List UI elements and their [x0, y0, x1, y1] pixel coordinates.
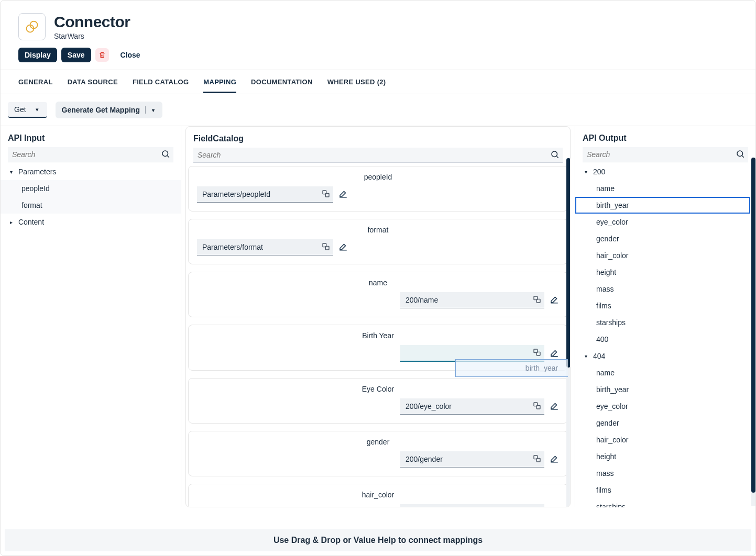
mapping-card: Birth Year: [188, 325, 568, 371]
hint-bar: Use Drag & Drop or Value Help to connect…: [5, 529, 751, 551]
tree-group-parameters[interactable]: ▾Parameters: [1, 163, 181, 180]
mapping-input[interactable]: [197, 186, 333, 203]
edit-icon[interactable]: [550, 295, 559, 306]
value-help-icon[interactable]: [533, 295, 541, 305]
page-title: Connector: [54, 13, 130, 31]
tree-item[interactable]: starships: [575, 314, 750, 331]
tree-item[interactable]: hair_color: [575, 247, 750, 264]
save-button[interactable]: Save: [61, 48, 91, 62]
tree-item[interactable]: 400: [575, 331, 750, 348]
mapping-label: hair_color: [197, 491, 559, 499]
chevron-down-icon: ▸: [10, 219, 15, 225]
tree-item[interactable]: films: [575, 482, 750, 498]
api-input-search[interactable]: [8, 147, 173, 162]
search-icon: [161, 149, 170, 160]
search-icon: [550, 150, 560, 161]
field-catalog-title: FieldCatalog: [186, 127, 570, 148]
mapping-input[interactable]: [400, 398, 544, 415]
chevron-down-icon: ▾: [36, 106, 41, 113]
trash-icon: [98, 51, 106, 59]
mapping-card: gender: [188, 431, 568, 476]
mapping-label: peopleId: [197, 173, 559, 181]
svg-point-18: [737, 151, 743, 157]
mapping-card: peopleId: [188, 166, 568, 212]
value-help-icon[interactable]: [533, 348, 541, 358]
edit-icon[interactable]: [338, 189, 348, 200]
tree-group-content[interactable]: ▸Content: [1, 214, 181, 230]
tree-item[interactable]: name: [575, 364, 750, 381]
value-help-icon[interactable]: [533, 402, 541, 412]
method-select[interactable]: Get ▾: [8, 102, 47, 118]
tree-item[interactable]: starships: [575, 498, 750, 507]
display-button[interactable]: Display: [18, 48, 57, 62]
chevron-down-icon: ▾: [151, 107, 156, 113]
page-subtitle: StarWars: [54, 32, 130, 40]
tree-group-200[interactable]: ▾200: [575, 163, 750, 180]
tree-item[interactable]: peopleId: [1, 180, 181, 197]
tab-mapping[interactable]: MAPPING: [203, 71, 236, 93]
close-link[interactable]: Close: [120, 51, 140, 59]
tree-item[interactable]: eye_color: [575, 214, 750, 230]
tree-item[interactable]: eye_color: [575, 398, 750, 415]
tab-where-used-2-[interactable]: WHERE USED (2): [327, 71, 386, 93]
api-output-search[interactable]: [583, 147, 748, 162]
mapping-label: format: [197, 226, 559, 234]
mapping-label: gender: [197, 438, 559, 446]
generate-mapping-button[interactable]: Generate Get Mapping ▾: [56, 102, 162, 118]
delete-button[interactable]: [95, 48, 109, 62]
tree-item[interactable]: hair_color: [575, 431, 750, 448]
tree-item[interactable]: birth_year: [575, 381, 750, 398]
edit-icon[interactable]: [550, 454, 559, 465]
tree-item[interactable]: gender: [575, 415, 750, 431]
api-input-title: API Input: [1, 126, 181, 147]
svg-point-3: [552, 151, 557, 157]
tree-item[interactable]: birth_year: [575, 197, 750, 214]
api-output-title: API Output: [575, 126, 755, 147]
tree-item[interactable]: films: [575, 297, 750, 314]
scrollbar[interactable]: [566, 158, 571, 507]
tree-item[interactable]: mass: [575, 465, 750, 482]
mapping-label: name: [197, 279, 559, 287]
tab-data-source[interactable]: DATA SOURCE: [68, 71, 118, 93]
tree-item[interactable]: format: [1, 197, 181, 214]
generate-mapping-label: Generate Get Mapping: [62, 106, 140, 114]
mapping-card: name: [188, 272, 568, 317]
connector-logo: [18, 13, 46, 40]
method-select-value: Get: [14, 105, 26, 114]
mapping-input[interactable]: [400, 451, 544, 468]
tree-item[interactable]: height: [575, 264, 750, 281]
mapping-label: Eye Color: [197, 385, 559, 393]
mapping-input[interactable]: [400, 292, 544, 308]
tab-general[interactable]: GENERAL: [18, 71, 53, 93]
value-help-icon[interactable]: [322, 242, 330, 252]
mapping-input[interactable]: [197, 239, 333, 255]
chevron-down-icon: ▾: [10, 169, 15, 175]
field-catalog-search[interactable]: [193, 148, 563, 163]
value-help-icon[interactable]: [533, 454, 541, 464]
tree-item[interactable]: name: [575, 180, 750, 197]
svg-point-2: [162, 151, 168, 157]
tree-group-404[interactable]: ▾404: [575, 348, 750, 364]
tree-item[interactable]: mass: [575, 281, 750, 297]
mapping-card: hair_color: [188, 484, 568, 507]
mapping-card: format: [188, 219, 568, 264]
mapping-input[interactable]: [400, 345, 544, 362]
mapping-label: Birth Year: [197, 331, 559, 340]
scrollbar[interactable]: [751, 158, 755, 506]
chevron-down-icon: ▾: [585, 169, 590, 175]
tab-documentation[interactable]: DOCUMENTATION: [251, 71, 313, 93]
chevron-down-icon: ▾: [585, 353, 590, 359]
tree-item[interactable]: height: [575, 448, 750, 465]
value-help-icon[interactable]: [322, 190, 330, 199]
edit-icon[interactable]: [550, 401, 559, 412]
search-icon: [736, 149, 745, 160]
edit-icon[interactable]: [550, 348, 559, 359]
mapping-card: Eye Color: [188, 378, 568, 424]
edit-icon[interactable]: [338, 242, 348, 253]
tab-field-catalog[interactable]: FIELD CATALOG: [133, 71, 189, 93]
mapping-input[interactable]: [400, 504, 544, 507]
tree-item[interactable]: gender: [575, 230, 750, 247]
